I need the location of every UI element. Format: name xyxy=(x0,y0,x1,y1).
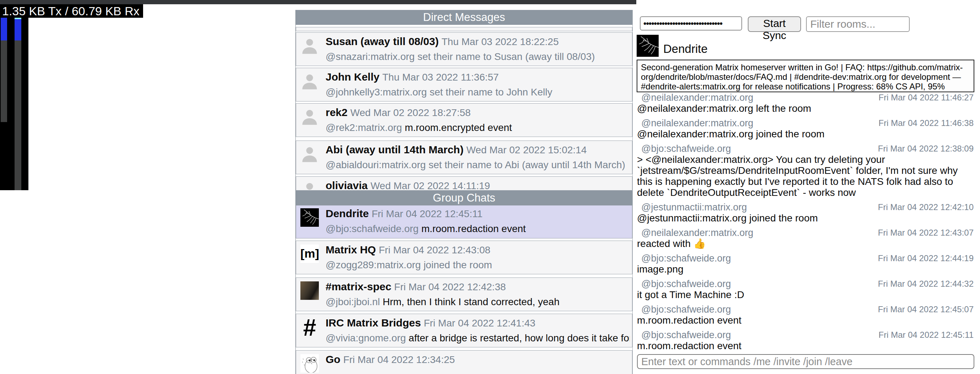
message-composer-input[interactable] xyxy=(637,354,974,369)
network-graph xyxy=(0,18,29,190)
start-sync-button[interactable]: Start Sync xyxy=(748,16,801,32)
room-list-item-rek2[interactable]: rek2Wed Mar 02 2022 18:27:58 @rek2:matri… xyxy=(296,103,632,137)
dendrite-branches-icon xyxy=(301,208,319,227)
room-last-message: m.room.encrypted event xyxy=(405,122,512,133)
tx-bar-gray-segment xyxy=(1,40,7,122)
message-timestamp: Fri Mar 04 2022 12:43:07 xyxy=(878,227,976,238)
access-token-input[interactable] xyxy=(640,16,742,30)
room-last-message: joined the room xyxy=(423,259,492,270)
room-last-message: set their name to Susan (away till 08/03… xyxy=(418,51,595,62)
message: @bjo:schafweide.orgFri Mar 04 2022 12:45… xyxy=(636,330,976,351)
room-last-message: Hrm, then I think I stand corrected, yea… xyxy=(383,296,560,307)
section-header-group-chats: Group Chats xyxy=(296,190,632,206)
message: @neilalexander:matrix.orgFri Mar 04 2022… xyxy=(636,227,976,249)
message-sender: @neilalexander:matrix.org xyxy=(636,118,754,128)
message-timestamp: Fri Mar 04 2022 12:44:19 xyxy=(878,253,976,264)
person-silhouette-icon xyxy=(301,36,319,55)
message-sender: @bjo:schafweide.org xyxy=(636,279,731,289)
room-name: Dendrite xyxy=(326,208,369,219)
room-last-sender: @zogg289:matrix.org xyxy=(326,259,421,270)
room-timestamp: Fri Mar 04 2022 12:34:25 xyxy=(344,354,455,365)
filter-rooms-input[interactable] xyxy=(806,16,910,32)
message-timestamp: Fri Mar 04 2022 12:45:07 xyxy=(878,304,976,315)
room-list-item-clipped[interactable] xyxy=(296,27,632,31)
person-silhouette-icon xyxy=(301,107,319,125)
room-last-sender: @bjo:schafweide.org xyxy=(326,223,418,234)
tx-bar-blue-segment xyxy=(1,18,7,40)
chat-panel: Start Sync Dendrite Second-generation Ma… xyxy=(636,0,980,374)
room-list-item-john-kelly[interactable]: John KellyThu Mar 03 2022 11:36:57 @john… xyxy=(296,68,632,101)
room-list-item-oliviavia[interactable]: oliviaviaWed Mar 02 2022 14:11:19 xyxy=(296,176,632,190)
tx-bar xyxy=(1,18,7,190)
message-body: it got a Time Machine :D xyxy=(636,289,976,300)
room-topic: Second-generation Matrix homeserver writ… xyxy=(636,60,974,92)
room-last-message: after a bridge is restarted, how long do… xyxy=(409,333,630,344)
room-timestamp: Wed Mar 02 2022 14:11:19 xyxy=(370,180,490,190)
room-name: #matrix-spec xyxy=(326,280,391,292)
room-last-sender: @vivia:gnome.org xyxy=(326,333,406,344)
room-avatar-dendrite-icon xyxy=(636,35,659,57)
room-list-item-matrix-hq[interactable]: [m] Matrix HQFri Mar 04 2022 12:43:08 @z… xyxy=(296,241,632,274)
room-list-item-abi[interactable]: Abi (away until 14th March)Wed Mar 02 20… xyxy=(296,141,632,174)
room-last-sender: @rek2:matrix.org xyxy=(326,122,402,133)
message-timestamp: Fri Mar 04 2022 11:46:38 xyxy=(878,118,976,128)
room-timestamp: Fri Mar 04 2022 12:43:08 xyxy=(379,244,490,255)
rx-bar-gray-segment xyxy=(14,40,21,190)
room-timestamp: Wed Mar 02 2022 18:27:58 xyxy=(350,107,471,118)
message: @jestunmactii:matrix.orgFri Mar 04 2022 … xyxy=(636,202,976,223)
message-body: m.room.redaction event xyxy=(636,340,976,351)
message-body: image.png xyxy=(636,264,976,275)
room-name: Matrix HQ xyxy=(326,244,376,255)
room-list-item-matrix-spec[interactable]: #matrix-specFri Mar 04 2022 12:42:38 @jb… xyxy=(296,277,632,311)
room-timestamp: Fri Mar 04 2022 12:41:43 xyxy=(423,318,535,329)
room-last-sender: @snazari:matrix.org xyxy=(326,51,415,62)
room-last-sender: @jboi:jboi.nl xyxy=(326,296,380,307)
message-sender: @bjo:schafweide.org xyxy=(636,143,731,154)
room-timestamp: Fri Mar 04 2022 12:42:38 xyxy=(394,281,506,292)
message-body: > <@neilalexander:matrix.org> You can tr… xyxy=(636,154,976,198)
message-sender: @jestunmactii:matrix.org xyxy=(636,202,747,212)
person-silhouette-icon xyxy=(301,180,319,190)
room-title: Dendrite xyxy=(663,41,708,57)
message-sender: @neilalexander:matrix.org xyxy=(636,227,754,238)
room-name: Go xyxy=(326,353,340,365)
room-timestamp: Fri Mar 04 2022 12:45:11 xyxy=(372,208,482,219)
room-name: Susan (away till 08/03) xyxy=(326,35,439,47)
room-list-item-irc-matrix-bridges[interactable]: # IRC Matrix BridgesFri Mar 04 2022 12:4… xyxy=(296,314,632,347)
section-header-direct-messages: Direct Messages xyxy=(296,10,632,25)
message-body: m.room.redaction event xyxy=(636,315,976,326)
message-sender: @bjo:schafweide.org xyxy=(636,304,731,315)
person-silhouette-icon xyxy=(301,72,319,90)
message-body: @jestunmactii:matrix.org joined the room xyxy=(636,212,976,223)
matrix-logo-icon: [m] xyxy=(301,244,319,263)
message-sender: @bjo:schafweide.org xyxy=(636,330,731,340)
room-list-item-go[interactable]: GoFri Mar 04 2022 12:34:25 xyxy=(296,350,632,374)
gopher-sketch-icon xyxy=(301,354,319,372)
message-timestamp: Fri Mar 04 2022 12:38:09 xyxy=(878,143,976,154)
message-sender: @bjo:schafweide.org xyxy=(636,253,731,264)
message-list: @neilalexander:matrix.orgFri Mar 04 2022… xyxy=(636,92,976,355)
room-list-item-susan[interactable]: Susan (away till 08/03)Thu Mar 03 2022 1… xyxy=(296,32,632,66)
message-body: @neilalexander:matrix.org left the room xyxy=(636,103,976,114)
message-timestamp: Fri Mar 04 2022 12:42:10 xyxy=(878,202,976,212)
room-list-item-dendrite[interactable]: DendriteFri Mar 04 2022 12:45:11 @bjo:sc… xyxy=(296,204,632,238)
photo-avatar xyxy=(301,281,319,300)
message-body: @neilalexander:matrix.org joined the roo… xyxy=(636,128,976,139)
room-list-panel: Direct Messages Susan (away till 08/03)T… xyxy=(296,10,633,374)
message-timestamp: Fri Mar 04 2022 12:44:32 xyxy=(878,279,976,289)
room-name: rek2 xyxy=(326,106,348,118)
room-timestamp: Wed Mar 02 2022 15:02:14 xyxy=(466,144,587,155)
room-last-message: set their name to John Kelly xyxy=(430,87,552,98)
message-sender: @neilalexander:matrix.org xyxy=(636,92,754,103)
room-last-sender: @johnkelly3:matrix.org xyxy=(326,87,427,98)
message: @bjo:schafweide.orgFri Mar 04 2022 12:44… xyxy=(636,279,976,300)
person-silhouette-icon xyxy=(301,144,319,163)
rx-bar xyxy=(14,18,21,190)
room-last-sender: @abialdouri:matrix.org xyxy=(326,159,426,170)
room-name: Abi (away until 14th March) xyxy=(326,144,463,155)
hash-sign-icon: # xyxy=(301,318,319,336)
message: @bjo:schafweide.orgFri Mar 04 2022 12:38… xyxy=(636,143,976,198)
message: @neilalexander:matrix.orgFri Mar 04 2022… xyxy=(636,92,976,114)
rx-bar-blue-segment xyxy=(14,19,21,40)
room-timestamp: Thu Mar 03 2022 11:36:57 xyxy=(382,72,499,83)
